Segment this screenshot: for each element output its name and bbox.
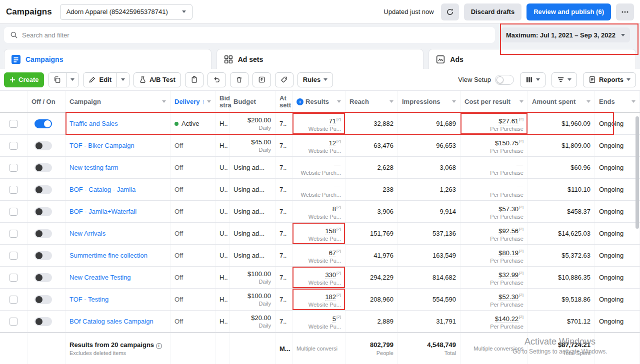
row-checkbox[interactable]	[10, 252, 18, 260]
results-type: Website Pu...	[308, 323, 341, 330]
row-checkbox[interactable]	[10, 120, 18, 128]
campaign-link[interactable]: BOf Catalog sales Campaign	[70, 318, 166, 325]
ab-test-button[interactable]: A/B Test	[134, 72, 181, 87]
cost-per-result-value[interactable]: $140.22	[495, 315, 518, 323]
header-cost-per-result[interactable]: Cost per result	[460, 91, 528, 112]
campaign-cell: BOF - Catalog - Jamila	[66, 179, 170, 200]
row-toggle[interactable]	[34, 251, 52, 260]
cost-per-result-value[interactable]: $57.30	[498, 205, 518, 213]
row-checkbox[interactable]	[10, 186, 18, 194]
campaign-link[interactable]: BOF - Jamila+Waterfall	[70, 208, 166, 215]
campaign-link[interactable]: New Creative Testing	[70, 274, 166, 281]
date-range-selector[interactable]: Maximum: Jul 1, 2021 – Sep 3, 2022	[501, 27, 630, 42]
tab-ads[interactable]: Ads	[428, 49, 636, 69]
campaign-link[interactable]: New testing farm	[70, 164, 166, 171]
more-options-button[interactable]	[616, 3, 634, 20]
row-toggle[interactable]	[34, 229, 52, 238]
header-impressions[interactable]: Impressions	[398, 91, 460, 112]
duplicate-button[interactable]	[48, 73, 66, 87]
row-toggle[interactable]	[34, 163, 52, 172]
campaign-link[interactable]: BOF - Catalog - Jamila	[70, 186, 166, 193]
row-checkbox[interactable]	[10, 230, 18, 238]
rules-button[interactable]: Rules	[298, 72, 333, 87]
header-delivery[interactable]: Delivery↑	[170, 91, 216, 112]
review-and-publish-button[interactable]: Review and publish (6)	[526, 3, 611, 20]
cost-per-result-value[interactable]: $32.99	[498, 271, 518, 279]
cost-per-result-cell: —Per Purchase	[460, 179, 528, 200]
header-bid-strategy[interactable]: Bid stra	[216, 91, 230, 112]
row-toggle[interactable]	[34, 141, 52, 150]
results-value[interactable]: —	[334, 183, 340, 191]
columns-button[interactable]	[520, 72, 546, 87]
results-value[interactable]: 5	[332, 315, 336, 323]
row-checkbox[interactable]	[10, 208, 18, 216]
results-type: Website Pu...	[308, 213, 341, 220]
impressions-cell: 31,791	[398, 311, 460, 332]
row-toggle[interactable]	[34, 317, 52, 326]
header-amount-spent[interactable]: Amount spent	[528, 91, 595, 112]
cost-per-result-value[interactable]: $27.61	[498, 117, 518, 125]
results-value[interactable]: 8	[332, 205, 336, 213]
row-toggle[interactable]	[34, 295, 52, 304]
refresh-button[interactable]	[441, 3, 459, 20]
edit-button[interactable]: Edit	[84, 73, 116, 87]
budget-cell: $20.00Daily	[230, 311, 276, 332]
header-campaign[interactable]: Campaign	[66, 91, 170, 112]
edit-menu-button[interactable]	[116, 73, 129, 87]
cost-per-result-value[interactable]: —	[516, 161, 523, 169]
campaign-link[interactable]: Traffic and Sales	[70, 120, 166, 127]
duplicate-menu-button[interactable]	[66, 73, 78, 87]
results-value[interactable]: 330	[325, 271, 336, 279]
view-setup-toggle[interactable]	[495, 75, 514, 85]
campaign-link[interactable]: Summertime fine collection	[70, 252, 166, 259]
ends-cell: Ongoing	[595, 223, 640, 244]
account-selector[interactable]: Adorn Apparel (852425965378741)	[60, 4, 192, 20]
header-attribution[interactable]: At sett	[276, 91, 292, 112]
reports-button[interactable]: Reports	[583, 72, 636, 87]
row-checkbox[interactable]	[10, 296, 18, 304]
cost-per-result-note: [2]	[519, 205, 524, 209]
row-toggle[interactable]	[34, 185, 52, 194]
cost-per-result-value[interactable]: $52.30	[498, 293, 518, 301]
search-input[interactable]	[22, 31, 489, 39]
row-checkbox[interactable]	[10, 274, 18, 282]
cost-per-result-value[interactable]: —	[516, 183, 523, 191]
results-value[interactable]: 182	[325, 293, 336, 301]
cost-per-result-value[interactable]: $92.56	[498, 227, 518, 235]
campaign-link[interactable]: New Arrivals	[70, 230, 166, 237]
header-budget[interactable]: Budget	[230, 91, 276, 112]
row-toggle[interactable]	[34, 119, 52, 128]
row-checkbox[interactable]	[10, 318, 18, 326]
delete-button[interactable]	[230, 72, 248, 87]
vertical-scrollbar[interactable]	[636, 116, 639, 229]
reach-cell: 208,960	[346, 289, 398, 310]
delivery-status: Off	[174, 142, 211, 149]
pencil-icon	[88, 76, 96, 83]
tag-button[interactable]	[275, 72, 294, 87]
header-reach[interactable]: Reach	[346, 91, 398, 112]
results-value[interactable]: —	[334, 161, 340, 169]
breakdown-button[interactable]	[552, 72, 577, 87]
header-ends[interactable]: Ends	[595, 91, 640, 112]
search-box[interactable]	[4, 27, 495, 43]
tab-ad-sets[interactable]: Ad sets	[216, 49, 424, 69]
results-value[interactable]: 67	[329, 249, 336, 257]
clipboard-button[interactable]	[185, 72, 204, 87]
campaign-link[interactable]: TOF - Biker Campaign	[70, 142, 166, 149]
row-checkbox[interactable]	[10, 142, 18, 150]
header-results[interactable]: iResults	[292, 91, 346, 112]
tab-campaigns[interactable]: Campaigns	[4, 49, 212, 69]
export-button[interactable]	[252, 72, 271, 87]
row-checkbox[interactable]	[10, 164, 18, 172]
results-value[interactable]: 12	[329, 139, 336, 147]
results-value[interactable]: 158	[325, 227, 336, 235]
results-value[interactable]: 71	[329, 117, 336, 125]
row-toggle[interactable]	[34, 273, 52, 282]
undo-button[interactable]	[208, 72, 226, 87]
row-toggle[interactable]	[34, 207, 52, 216]
cost-per-result-value[interactable]: $150.75	[495, 139, 518, 147]
discard-drafts-button[interactable]: Discard drafts	[464, 3, 522, 20]
cost-per-result-value[interactable]: $80.19	[498, 249, 518, 257]
campaign-link[interactable]: TOF - Testing	[70, 296, 166, 303]
create-button[interactable]: Create	[4, 72, 44, 87]
